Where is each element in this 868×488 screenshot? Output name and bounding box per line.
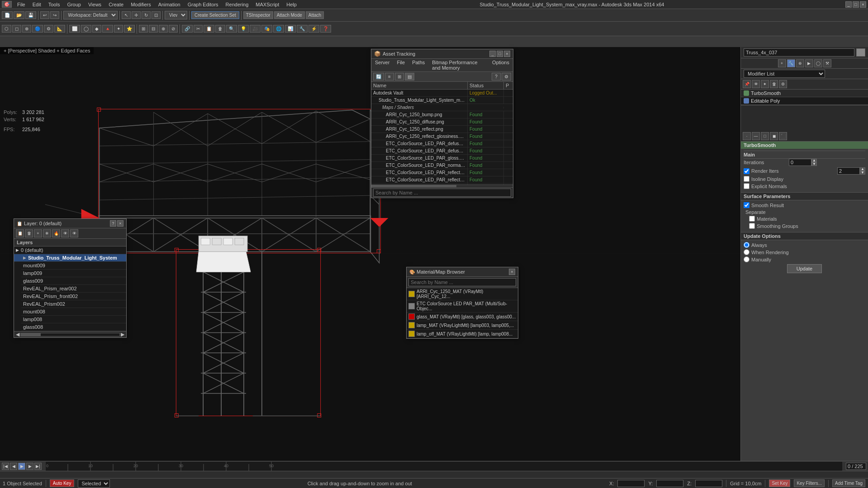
asset-menu-bitmap[interactable]: Bitmap Performance and Memory [428,59,489,71]
layer-unfreeze-btn[interactable]: 🔥 [52,229,60,237]
asset-grid-btn[interactable]: ⊞ [395,73,404,81]
tool-2l[interactable]: ⭐ [124,25,135,33]
layer-item-reveal-prism[interactable]: RevEAL_Prism002 [21,300,126,308]
asset-row-5[interactable]: ETC_ColorSource_LED_PAR_defuse_di... Fou… [371,147,513,155]
tool-2u[interactable]: 🔍 [226,25,237,33]
layer-item-studio[interactable]: ▶ Studio_Truss_Modular_Light_System [14,254,126,262]
tool-2c[interactable]: ⊕ [22,25,31,33]
tool-2m[interactable]: ⊞ [139,25,148,33]
asset-row-maps[interactable]: Maps / Shaders [371,104,513,111]
asset-row-3[interactable]: ARRI_Cyc_1250_reflect_glossiness.png Fou… [371,133,513,140]
asset-refresh-btn[interactable]: 🔄 [373,73,384,81]
material-list[interactable]: ARRI_Cyc_1250_MAT (VRayMtl) [ARRI_Cyc_12… [407,288,518,338]
move-btn[interactable]: ✛ [132,11,141,19]
asset-search-input[interactable] [373,189,511,197]
asset-menu-options[interactable]: Options [489,59,513,71]
z-input[interactable] [695,480,722,487]
layer-freeze-btn[interactable]: ❄ [43,229,51,237]
manually-radio[interactable] [744,256,749,262]
add-time-tag-btn[interactable]: Add Time Tag [832,479,865,487]
menu-file[interactable]: File [14,1,29,8]
asset-menu-server[interactable]: Server [371,59,393,71]
x-input[interactable] [617,480,645,487]
smoothing-groups-check[interactable] [749,223,755,229]
motion-panel-btn[interactable]: ▶ [805,59,813,67]
isoline-check[interactable] [744,176,749,182]
undo-btn[interactable]: ↩ [40,11,49,19]
close-btn[interactable]: × [860,1,866,8]
menu-create[interactable]: Create [105,1,127,8]
layer-icon-btn[interactable]: 📋 [16,229,24,237]
render-iters-input[interactable]: 2 [837,167,860,175]
selected-dropdown[interactable]: Selected [78,479,110,488]
layer-item-glass008[interactable]: glass008 [21,323,126,331]
asset-row-0[interactable]: ARRI_Cyc_1250_bump.png Found [371,111,513,118]
asset-minimize-btn[interactable]: _ [489,51,496,57]
material-item-1[interactable]: ETC ColorSource LED PAR_MAT (Multi/Sub-O… [407,300,518,313]
maximize-btn[interactable]: □ [853,1,859,8]
tool-2y[interactable]: 🌐 [273,25,284,33]
next-frame-btn[interactable]: ▶ [26,463,33,470]
tool-2a[interactable]: ⬡ [2,25,11,33]
tool-2k[interactable]: ✦ [114,25,123,33]
remove-modifier-btn[interactable]: 🗑 [770,80,778,88]
layer-help-btn[interactable]: ? [110,220,116,227]
asset-row-6[interactable]: ETC_ColorSource_LED_PAR_gloss.png Found [371,155,513,162]
asset-maximize-btn[interactable]: □ [497,51,503,57]
when-rendering-radio[interactable] [744,249,749,255]
display-panel-btn[interactable]: ◯ [814,59,822,67]
tool-2w[interactable]: 🎥 [250,25,261,33]
asset-row-4[interactable]: ETC_ColorSource_LED_PAR_defuse.png Found [371,140,513,147]
layer-unhide-btn[interactable]: 👁 [70,229,78,237]
attach-mode-btn[interactable]: Attach Mode [274,11,305,19]
open-btn[interactable]: 📂 [14,11,24,19]
tool-2s[interactable]: 📋 [204,25,214,33]
vertex-mode-btn[interactable]: · [743,132,751,140]
next-key-btn[interactable]: ▶| [34,463,42,470]
tool-2p[interactable]: ⊘ [169,25,178,33]
y-input[interactable] [656,480,683,487]
attach-btn[interactable]: Attach [306,11,324,19]
asset-list[interactable]: Autodesk Vault Logged Out... Studio_Trus… [371,90,513,185]
menu-group[interactable]: Group [63,1,85,8]
layer-item-lamp009[interactable]: lamp009 [21,270,126,277]
asset-menu-file[interactable]: File [393,59,408,71]
tool-2o[interactable]: ⊕ [159,25,168,33]
smooth-result-check[interactable] [744,202,749,208]
render-iters-down[interactable]: ▼ [860,171,865,175]
material-item-3[interactable]: lamp_MAT (VRayLightMtl) [lamp003, lamp00… [407,321,518,330]
layer-item-default[interactable]: ▶ 0 (default) [14,246,126,254]
layer-item-glass009[interactable]: glass009 [21,277,126,285]
save-btn[interactable]: 💾 [25,11,36,19]
scale-btn[interactable]: ⊡ [152,11,161,19]
key-filters-btn[interactable]: Key Filters... [794,479,825,487]
ts-inspector-btn[interactable]: TSInspector [243,11,273,19]
show-all-btn[interactable]: 👁 [752,80,760,88]
menu-maxscript[interactable]: MAXScript [252,1,283,8]
tool-2h[interactable]: ◯ [81,25,91,33]
layer-scroll-track[interactable] [20,333,120,336]
material-close-btn[interactable]: × [509,269,515,275]
menu-views[interactable]: Views [85,1,105,8]
tool-2j[interactable]: 🔺 [102,25,113,33]
asset-row-8[interactable]: ETC_ColorSource_LED_PAR_reflect.png Foun… [371,169,513,176]
menu-modifiers[interactable]: Modifiers [127,1,155,8]
config-modifier-btn[interactable]: ⚙ [779,80,787,88]
menu-tools[interactable]: Tools [45,1,64,8]
tool-2i[interactable]: ◆ [92,25,101,33]
tool-2v[interactable]: 💡 [238,25,249,33]
edge-mode-btn[interactable]: — [752,132,760,140]
auto-key-btn[interactable]: Auto Key [50,479,75,487]
layer-hide-btn[interactable]: 👁 [61,229,69,237]
prev-frame-btn[interactable]: ◀ [10,463,17,470]
pin-modifier-btn[interactable]: 📌 [743,80,751,88]
layer-item-reveal-front[interactable]: RevEAL_Prism_front002 [21,293,126,300]
asset-settings-btn[interactable]: ⚙ [502,73,511,81]
select-btn[interactable]: ↖ [122,11,131,19]
menu-edit[interactable]: Edit [29,1,45,8]
object-color-btn[interactable] [856,48,865,57]
materials-check[interactable] [749,216,755,222]
layer-item-lamp008[interactable]: lamp008 [21,316,126,323]
tool-2q[interactable]: 🔗 [182,25,193,33]
make-unique-btn[interactable]: ✦ [761,80,769,88]
